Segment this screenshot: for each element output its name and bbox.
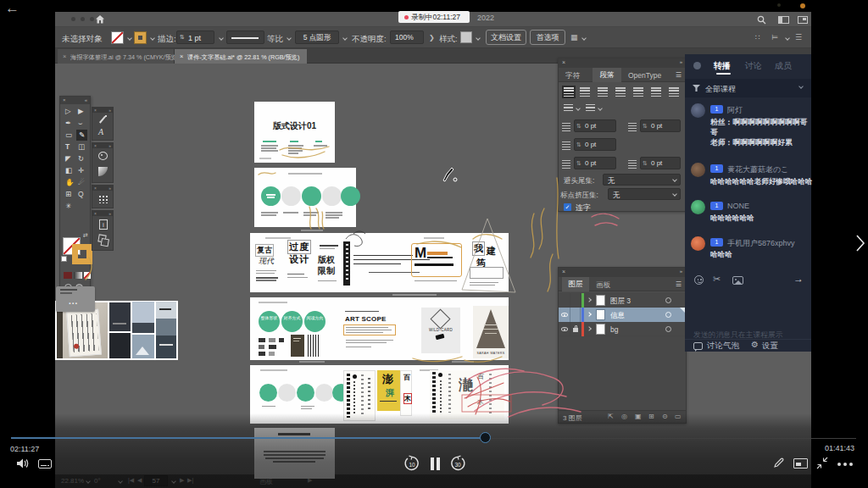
filter-label: 全部课程 <box>705 84 736 95</box>
mini-panel-dots: ... <box>69 297 78 306</box>
floating-mini-panel[interactable]: ... <box>56 286 95 312</box>
chat-avatar-dot <box>693 62 701 69</box>
filter-funnel-icon <box>693 85 700 92</box>
chat-badge: 1 <box>710 202 723 210</box>
chat-message-text: 哈哈哈 <box>710 250 814 260</box>
pause-icon-bar2[interactable] <box>437 458 440 470</box>
emoji-icon[interactable] <box>694 275 704 285</box>
recording-badge-label: 录制中02:11:27 <box>411 13 460 23</box>
dim-dot-icon <box>777 3 781 7</box>
chat-username: NONE <box>727 202 749 210</box>
rewind-10-icon[interactable]: 10 <box>404 456 420 471</box>
chat-badge: 1 <box>710 238 723 247</box>
pause-icon[interactable] <box>431 458 434 470</box>
chat-avatar[interactable] <box>691 163 705 177</box>
recording-dot-icon <box>800 3 805 8</box>
gear-icon[interactable]: ⚙ <box>751 340 759 349</box>
remaining-time: 01:41:43 <box>825 444 854 452</box>
forward-30-icon[interactable]: 30 <box>450 456 465 471</box>
chat-badge: 1 <box>710 105 723 114</box>
more-options-dot2[interactable] <box>843 463 847 466</box>
bubble-icon <box>693 342 703 350</box>
svg-text:10: 10 <box>409 462 415 468</box>
subtitle-icon[interactable] <box>38 459 52 469</box>
settings-button[interactable]: 设置 <box>762 341 778 352</box>
next-page-icon[interactable] <box>854 234 866 252</box>
chat-avatar[interactable] <box>691 200 705 214</box>
chat-username: 阿灯 <box>727 105 743 116</box>
chat-tab-members[interactable]: 成员 <box>775 60 792 72</box>
video-player-page: ← 未选择对象 描边: ⇅ 1 pt <box>0 0 868 488</box>
volume-icon[interactable] <box>16 458 29 469</box>
paintbrush-cursor <box>441 166 458 183</box>
svg-text:30: 30 <box>454 462 461 468</box>
mini-player-icon[interactable] <box>793 458 808 469</box>
chat-username: 黄花大蘑菇老のこ <box>727 164 788 175</box>
clip-icon[interactable]: ✂ <box>713 274 721 285</box>
send-icon[interactable]: → <box>793 273 804 285</box>
chat-avatar[interactable] <box>691 236 705 251</box>
more-options-dot[interactable] <box>837 463 841 466</box>
chat-badge: 1 <box>710 164 723 173</box>
chat-message-text: 哈哈哈哈哈哈 <box>710 214 814 224</box>
collapse-icon[interactable] <box>815 457 829 469</box>
chat-username: 手机用户5876xphvy <box>727 238 795 249</box>
chat-tab-live[interactable]: 转播 <box>714 60 731 72</box>
bubble-toggle[interactable]: 讨论气泡 <box>707 341 739 352</box>
timeline-progress[interactable] <box>11 437 480 439</box>
recording-badge-dot <box>404 15 409 19</box>
chat-avatar[interactable] <box>691 103 705 118</box>
chat-filter-row[interactable]: 全部课程 <box>685 79 811 97</box>
chat-message-text: 粉丝：啊啊啊啊啊啊啊啊啊哥哥老师：啊啊啊啊啊啊好累 <box>710 117 810 147</box>
chat-panel: 转播 讨论 成员 全部课程 1 阿灯 粉丝：啊啊啊啊啊啊啊啊啊哥哥老师：啊啊啊啊… <box>685 54 811 352</box>
elapsed-time: 02:11:27 <box>10 445 39 453</box>
chat-tab-underline <box>716 73 731 75</box>
timeline-handle[interactable] <box>480 432 491 443</box>
image-icon[interactable] <box>732 276 743 285</box>
recording-badge: 录制中02:11:27 <box>398 11 470 23</box>
more-options-dot3[interactable] <box>849 463 853 466</box>
notes-pencil-icon[interactable] <box>772 457 785 469</box>
chat-tab-discuss[interactable]: 讨论 <box>745 60 762 72</box>
timeline-remaining[interactable] <box>492 438 856 439</box>
app-version-label: 2022 <box>477 14 494 22</box>
chat-message-text: 哈哈哈哈哈哈老师好惨哦哈哈哈 <box>710 176 817 186</box>
back-icon[interactable]: ← <box>5 0 19 17</box>
